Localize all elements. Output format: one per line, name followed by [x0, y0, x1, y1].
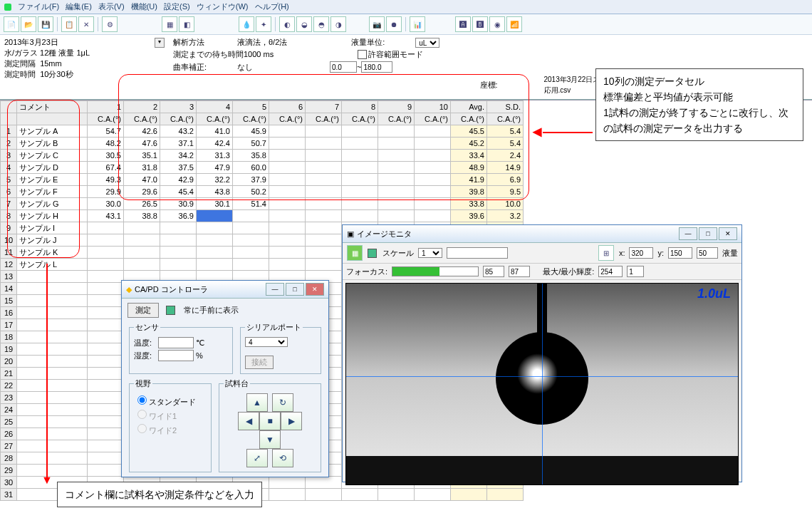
avg-cell[interactable]: 39.6 — [451, 210, 487, 222]
delete-icon[interactable]: ✕ — [78, 16, 94, 32]
bright-v2[interactable] — [627, 266, 644, 277]
connect-button[interactable]: 接続 — [245, 356, 274, 369]
nav-stop-icon[interactable]: ■ — [259, 412, 281, 430]
data-cell[interactable] — [269, 234, 306, 247]
data-cell[interactable] — [306, 247, 342, 259]
ext4-icon[interactable]: 📶 — [506, 16, 522, 32]
nav-right-icon[interactable]: ▶ — [281, 412, 302, 430]
minimize-icon[interactable]: — — [266, 283, 284, 296]
menu-edit[interactable]: 編集(E) — [66, 2, 92, 11]
nav-down-icon[interactable]: ▼ — [259, 430, 281, 449]
bright-v1[interactable] — [598, 266, 623, 277]
data-cell[interactable] — [342, 210, 378, 222]
data-cell[interactable] — [160, 247, 197, 259]
row-24[interactable]: 24 — [1, 404, 17, 416]
save-icon[interactable]: 💾 — [38, 16, 53, 32]
x-input[interactable] — [629, 247, 653, 259]
geom3-icon[interactable]: ◓ — [313, 16, 329, 32]
row-23[interactable]: 23 — [1, 392, 17, 404]
row-21[interactable]: 21 — [1, 368, 17, 380]
image-monitor-window[interactable]: ▣ イメージモニタ — □ ✕ ▦ スケール 1 ⊞ x: y: 液量 フォーカ… — [342, 224, 742, 482]
data-cell[interactable] — [233, 210, 269, 222]
controller-window[interactable]: ◆ CA/PD コントローラ — □ ✕ 測定 常に手前に表示 センサ 温度: … — [121, 280, 329, 477]
y2-input[interactable] — [697, 247, 718, 259]
nav-home-icon[interactable]: ⤢ — [246, 449, 268, 467]
data-cell[interactable] — [269, 247, 306, 259]
tool-a-icon[interactable]: ▦ — [162, 16, 177, 32]
scale-input[interactable] — [447, 247, 508, 259]
data-cell[interactable] — [269, 210, 306, 222]
row-31[interactable]: 31 — [1, 489, 17, 501]
data-cell[interactable]: 38.8 — [124, 210, 160, 222]
comment-cell[interactable]: サンプル L — [17, 259, 88, 271]
data-cell[interactable] — [233, 234, 269, 247]
record-icon[interactable]: ⏺ — [386, 16, 402, 32]
range-hi[interactable] — [361, 61, 392, 73]
data-cell[interactable] — [160, 222, 197, 234]
data-cell[interactable]: 30.0 — [88, 198, 124, 210]
row-18[interactable]: 18 — [1, 331, 17, 343]
data-cell[interactable] — [197, 259, 233, 271]
data-cell[interactable] — [124, 247, 160, 259]
geom4-icon[interactable]: ◑ — [330, 16, 346, 32]
focus-v2[interactable] — [509, 266, 530, 277]
focus-v1[interactable] — [483, 266, 504, 277]
data-cell[interactable] — [306, 234, 342, 247]
data-cell[interactable] — [306, 222, 342, 234]
tool-b-icon[interactable]: ◧ — [179, 16, 194, 32]
data-cell[interactable] — [378, 210, 415, 222]
row-22[interactable]: 22 — [1, 380, 17, 392]
data-cell[interactable]: 43.1 — [88, 210, 124, 222]
monitor-min-icon[interactable]: — — [679, 227, 697, 240]
nav-reset-icon[interactable]: ⟲ — [272, 449, 293, 467]
ext2-icon[interactable]: 🅱 — [472, 16, 488, 32]
data-cell[interactable] — [88, 234, 124, 247]
geom1-icon[interactable]: ◐ — [279, 16, 295, 32]
nav-left-icon[interactable]: ◀ — [238, 412, 259, 430]
y-input[interactable] — [668, 247, 692, 259]
data-cell[interactable] — [269, 222, 306, 234]
port-select[interactable]: 4 — [245, 337, 288, 347]
row-26[interactable]: 26 — [1, 428, 17, 440]
settings-icon[interactable]: ⚙ — [102, 16, 118, 32]
copy-icon[interactable]: 📋 — [61, 16, 77, 32]
data-cell[interactable] — [269, 259, 306, 271]
data-cell[interactable] — [233, 247, 269, 259]
row-17[interactable]: 17 — [1, 319, 17, 331]
scale-checkbox[interactable] — [368, 249, 377, 258]
row-27[interactable]: 27 — [1, 440, 17, 452]
maximize-icon[interactable]: □ — [286, 283, 304, 296]
monitor-btn2-icon[interactable]: ⊞ — [598, 245, 614, 261]
menu-settings[interactable]: 設定(S) — [164, 2, 190, 11]
close-icon[interactable]: ✕ — [306, 283, 324, 296]
menu-file[interactable]: ファイル(F) — [18, 2, 59, 11]
ext1-icon[interactable]: 🅰 — [455, 16, 471, 32]
row-25[interactable]: 25 — [1, 416, 17, 428]
geom2-icon[interactable]: ◒ — [296, 16, 312, 32]
hum-input[interactable] — [158, 350, 194, 361]
monitor-close-icon[interactable]: ✕ — [719, 227, 737, 240]
data-cell[interactable] — [197, 222, 233, 234]
data-cell[interactable] — [88, 222, 124, 234]
data-cell[interactable] — [197, 247, 233, 259]
row-15[interactable]: 15 — [1, 295, 17, 307]
temp-input[interactable] — [158, 337, 194, 348]
data-cell[interactable] — [160, 259, 197, 271]
row-20[interactable]: 20 — [1, 356, 17, 368]
row-14[interactable]: 14 — [1, 283, 17, 295]
data-cell[interactable] — [306, 259, 342, 271]
ext3-icon[interactable]: ◉ — [489, 16, 505, 32]
wand-icon[interactable]: ✦ — [256, 16, 271, 32]
tolerance-checkbox[interactable] — [358, 50, 367, 59]
data-cell[interactable] — [233, 222, 269, 234]
data-cell[interactable] — [124, 259, 160, 271]
menu-view[interactable]: 表示(V) — [98, 2, 125, 11]
data-cell[interactable]: 36.9 — [160, 210, 197, 222]
data-cell[interactable] — [88, 259, 124, 271]
data-cell[interactable] — [124, 234, 160, 247]
chart-icon[interactable]: 📊 — [410, 16, 425, 32]
row-28[interactable]: 28 — [1, 452, 17, 465]
open-icon[interactable]: 📂 — [21, 16, 36, 32]
nav-loop-icon[interactable]: ↻ — [272, 393, 293, 412]
fov-std-radio[interactable] — [137, 395, 147, 405]
